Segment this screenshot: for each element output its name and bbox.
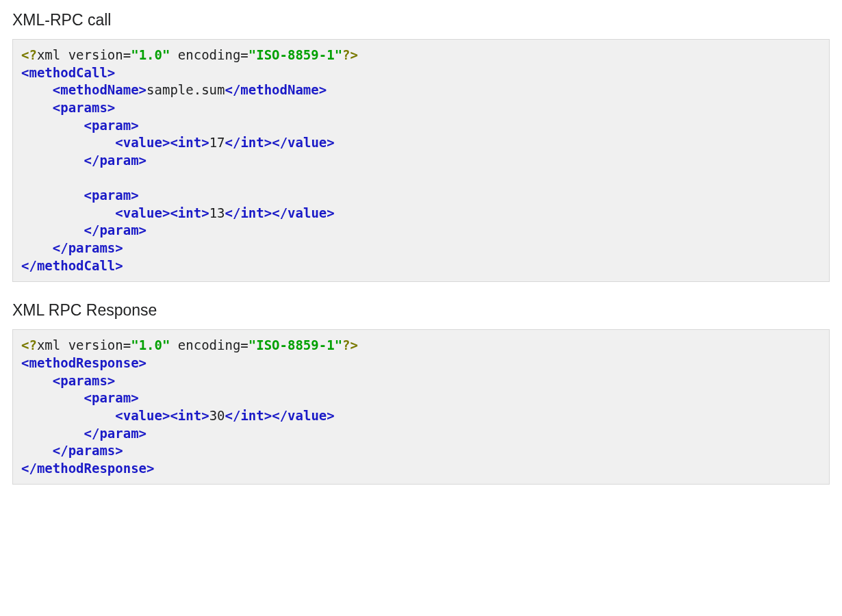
tag-methodresponse-close: methodResponse [37, 461, 146, 476]
tag-value-close: value [288, 135, 327, 150]
indent [21, 205, 115, 220]
lts: </ [21, 461, 37, 476]
lts: </ [84, 222, 100, 238]
pi-eq2: = [240, 47, 248, 62]
indent [21, 135, 115, 150]
lts: </ [225, 82, 240, 97]
blank-line [21, 170, 29, 185]
lt: < [115, 205, 123, 220]
lts: </ [53, 240, 68, 255]
param-value-1: 17 [209, 135, 225, 150]
tag-param: param [92, 118, 131, 133]
gt: > [107, 100, 115, 115]
indent [21, 100, 53, 115]
tag-value: value [123, 408, 162, 423]
lt: < [115, 135, 123, 150]
lt: < [21, 65, 29, 80]
tag-param: param [92, 390, 131, 405]
lts: </ [272, 408, 288, 423]
gt: > [264, 408, 272, 423]
gt: > [139, 426, 146, 441]
xml-rpc-call-heading: XML-RPC call [12, 11, 830, 29]
lt: < [115, 408, 123, 423]
gt: > [131, 188, 138, 203]
indent [21, 240, 53, 255]
gt: > [131, 118, 138, 133]
indent [21, 390, 84, 405]
gt: > [319, 82, 327, 97]
pi-open: <? [21, 47, 37, 62]
pi-version-attr: version [60, 47, 123, 62]
tag-methodcall: methodCall [29, 65, 107, 80]
pi-eq2: = [240, 337, 248, 352]
tag-value: value [123, 205, 162, 220]
tag-int-close: int [240, 135, 264, 150]
pi-version-val: "1.0" [131, 337, 170, 352]
pi-name: xml [37, 337, 60, 352]
gt: > [107, 373, 115, 388]
gt: > [139, 82, 146, 97]
gt: > [201, 205, 209, 220]
pi-version-attr: version [60, 337, 123, 352]
lts: </ [272, 135, 288, 150]
xml-rpc-response-heading: XML RPC Response [12, 301, 830, 320]
gt: > [162, 205, 170, 220]
lts: </ [225, 135, 241, 150]
pi-close: ?> [342, 337, 358, 352]
indent [21, 153, 84, 168]
tag-value: value [123, 135, 162, 150]
indent [21, 188, 84, 203]
lt: < [170, 135, 177, 150]
lts: </ [84, 153, 100, 168]
indent [21, 82, 53, 97]
lt: < [84, 390, 92, 405]
gt: > [201, 135, 209, 150]
indent [21, 118, 84, 133]
gt: > [327, 408, 334, 423]
pi-open: <? [21, 337, 37, 352]
tag-int-close: int [240, 408, 264, 423]
tag-methodname-close: methodName [240, 82, 318, 97]
gt: > [115, 258, 123, 273]
indent [21, 373, 53, 388]
gt: > [107, 65, 115, 80]
lts: </ [21, 258, 37, 273]
gt: > [327, 205, 334, 220]
gt: > [264, 135, 272, 150]
lts: </ [225, 205, 241, 220]
lt: < [170, 408, 177, 423]
pi-name: xml [37, 47, 60, 62]
pi-close: ?> [342, 47, 358, 62]
tag-param-close: param [99, 153, 138, 168]
lt: < [84, 188, 92, 203]
indent [21, 222, 84, 238]
tag-value-close: value [288, 205, 327, 220]
tag-params: params [60, 373, 107, 388]
tag-methodname: methodName [60, 82, 138, 97]
pi-eq: = [123, 47, 131, 62]
tag-methodresponse: methodResponse [29, 355, 138, 370]
gt: > [131, 390, 138, 405]
tag-param: param [92, 188, 131, 203]
lt: < [53, 82, 60, 97]
lt: < [21, 355, 29, 370]
xml-rpc-call-code: <?xml version="1.0" encoding="ISO-8859-1… [12, 39, 830, 282]
gt: > [115, 443, 123, 458]
tag-int: int [178, 205, 201, 220]
tag-int: int [178, 408, 201, 423]
lt: < [170, 205, 177, 220]
lt: < [53, 373, 60, 388]
pi-version-val: "1.0" [131, 47, 170, 62]
lt: < [84, 118, 92, 133]
pi-encoding-attr: encoding [170, 337, 240, 352]
gt: > [115, 240, 123, 255]
tag-int-close: int [240, 205, 264, 220]
tag-param-close: param [99, 426, 138, 441]
gt: > [201, 408, 209, 423]
gt: > [162, 135, 170, 150]
pi-encoding-attr: encoding [170, 47, 240, 62]
gt: > [327, 135, 334, 150]
lts: </ [53, 443, 68, 458]
gt: > [146, 461, 154, 476]
pi-encoding-val: "ISO-8859-1" [248, 47, 342, 62]
